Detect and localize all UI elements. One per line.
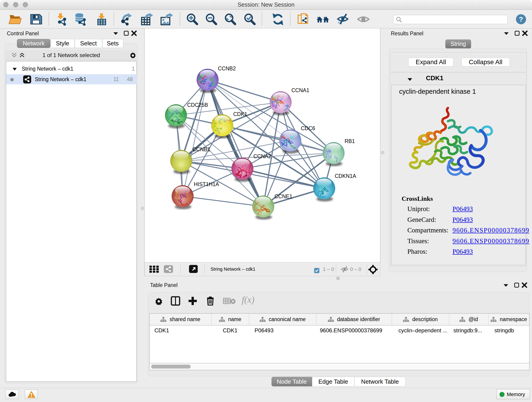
- svg-text:CCNA2: CCNA2: [253, 153, 271, 159]
- svg-text:CCNE1: CCNE1: [274, 193, 292, 199]
- svg-text:CCNA1: CCNA1: [291, 87, 309, 93]
- svg-text:?: ?: [519, 15, 523, 23]
- svg-text:CCNB2: CCNB2: [218, 65, 236, 71]
- svg-text:CDC25B: CDC25B: [187, 102, 208, 108]
- svg-text:RB1: RB1: [345, 138, 355, 144]
- svg-text:CDKN1A: CDKN1A: [335, 173, 356, 179]
- svg-text:HIST1H1A: HIST1H1A: [194, 181, 219, 187]
- svg-text:CCNB1: CCNB1: [192, 147, 210, 153]
- svg-text:CDK1: CDK1: [233, 111, 247, 117]
- svg-text:CDC6: CDC6: [301, 125, 315, 131]
